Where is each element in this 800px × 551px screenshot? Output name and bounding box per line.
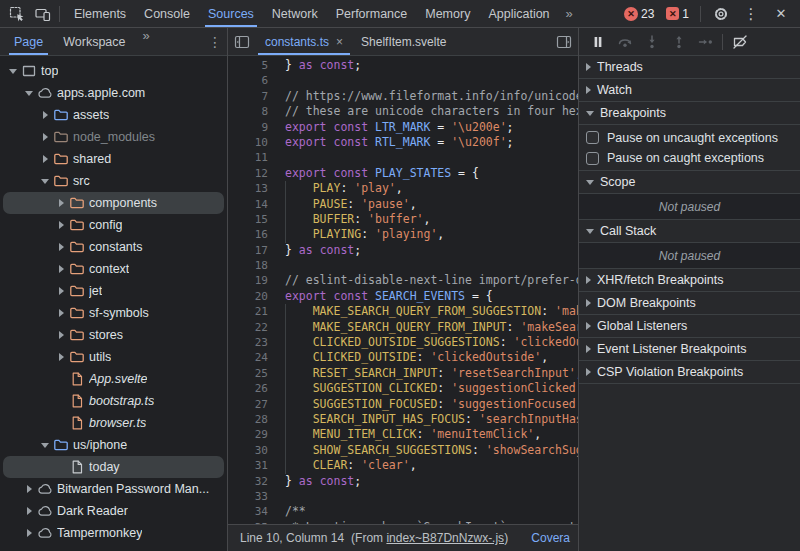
code-line[interactable]: 15BUFFER: 'buffer', bbox=[228, 212, 578, 227]
sidebar-section-scope[interactable]: Scope bbox=[579, 171, 800, 194]
tree-item-sf-symbols[interactable]: sf-symbols bbox=[3, 302, 224, 324]
line-number[interactable]: 15 bbox=[228, 212, 268, 227]
line-number[interactable]: 16 bbox=[228, 227, 268, 242]
code-line[interactable]: 29MENU_ITEM_CLICK: 'menuItemClick', bbox=[228, 427, 578, 442]
line-number[interactable]: 12 bbox=[228, 166, 268, 181]
step-icon[interactable] bbox=[692, 30, 719, 54]
chevron-closed-icon[interactable] bbox=[54, 265, 68, 273]
tab-application[interactable]: Application bbox=[479, 0, 558, 27]
code-line[interactable]: 18 bbox=[228, 258, 578, 273]
chevron-open-icon[interactable] bbox=[38, 179, 52, 184]
line-number[interactable]: 7 bbox=[228, 89, 268, 104]
chevron-closed-icon[interactable] bbox=[22, 529, 36, 537]
code-line[interactable]: 7// https://www.fileformat.info/info/uni… bbox=[228, 89, 578, 104]
tab-sources[interactable]: Sources bbox=[199, 0, 263, 27]
sidebar-section-xhr-fetch-breakpoints[interactable]: XHR/fetch Breakpoints bbox=[579, 269, 800, 292]
line-number[interactable]: 30 bbox=[228, 443, 268, 458]
sidebar-section-csp-violation-breakpoints[interactable]: CSP Violation Breakpoints bbox=[579, 361, 800, 384]
tree-item-node-modules[interactable]: node_modules bbox=[3, 126, 224, 148]
step-over-icon[interactable] bbox=[611, 30, 638, 54]
tree-item-jet[interactable]: jet bbox=[3, 280, 224, 302]
line-number[interactable]: 23 bbox=[228, 335, 268, 350]
tab-performance[interactable]: Performance bbox=[327, 0, 417, 27]
code-line[interactable]: 32} as const; bbox=[228, 474, 578, 489]
tab-shelfitem-svelte[interactable]: ShelfItem.svelte bbox=[352, 28, 455, 55]
line-number[interactable]: 14 bbox=[228, 197, 268, 212]
chevron-closed-icon[interactable] bbox=[54, 287, 68, 295]
line-number[interactable]: 20 bbox=[228, 289, 268, 304]
tab-console[interactable]: Console bbox=[135, 0, 199, 27]
close-tab-icon[interactable]: × bbox=[336, 35, 343, 49]
chevron-closed-icon[interactable] bbox=[54, 309, 68, 317]
code-line[interactable]: 21MAKE_SEARCH_QUERY_FROM_SUGGESTION: 'ma… bbox=[228, 304, 578, 319]
checkbox-unchecked[interactable] bbox=[586, 131, 599, 144]
line-number[interactable]: 28 bbox=[228, 412, 268, 427]
chevron-closed-icon[interactable] bbox=[22, 507, 36, 515]
code-line[interactable]: 10export const RTL_MARK = '\u200f'; bbox=[228, 135, 578, 150]
chevron-open-icon[interactable] bbox=[6, 69, 20, 74]
code-line[interactable]: 5} as const; bbox=[228, 58, 578, 73]
sidebar-section-dom-breakpoints[interactable]: DOM Breakpoints bbox=[579, 292, 800, 315]
sidebar-section-call-stack[interactable]: Call Stack bbox=[579, 220, 800, 243]
sidebar-section-global-listeners[interactable]: Global Listeners bbox=[579, 315, 800, 338]
pause-script-icon[interactable] bbox=[584, 30, 611, 54]
sidebar-section-threads[interactable]: Threads bbox=[579, 56, 800, 79]
line-number[interactable]: 32 bbox=[228, 474, 268, 489]
settings-gear-icon[interactable] bbox=[708, 2, 734, 26]
code-line[interactable]: 17} as const; bbox=[228, 243, 578, 258]
tab-memory[interactable]: Memory bbox=[416, 0, 479, 27]
menu-dots-icon[interactable]: ⋮ bbox=[738, 2, 764, 26]
deactivate-breakpoints-icon[interactable] bbox=[726, 30, 753, 54]
show-debugger-icon[interactable] bbox=[550, 28, 578, 55]
sidebar-section-breakpoints[interactable]: Breakpoints bbox=[579, 102, 800, 125]
code-line[interactable]: 14PAUSE: 'pause', bbox=[228, 197, 578, 212]
close-devtools-icon[interactable]: ✕ bbox=[768, 2, 794, 26]
line-number[interactable]: 34 bbox=[228, 504, 268, 519]
chevron-closed-icon[interactable] bbox=[54, 353, 68, 361]
code-line[interactable]: 30SHOW_SEARCH_SUGGESTIONS: 'showSearchSu… bbox=[228, 443, 578, 458]
more-navigator-tabs-icon[interactable]: » bbox=[136, 28, 157, 55]
code-line[interactable]: 13PLAY: 'play', bbox=[228, 181, 578, 196]
navigator-menu-icon[interactable]: ⋮ bbox=[203, 28, 227, 55]
line-number[interactable]: 31 bbox=[228, 458, 268, 473]
code-line[interactable]: 12export const PLAY_STATES = { bbox=[228, 166, 578, 181]
line-number[interactable]: 9 bbox=[228, 120, 268, 135]
line-number[interactable]: 18 bbox=[228, 258, 268, 273]
issues-badge[interactable]: ✕ 1 bbox=[662, 7, 693, 21]
line-number[interactable]: 17 bbox=[228, 243, 268, 258]
chevron-closed-icon[interactable] bbox=[22, 485, 36, 493]
code-line[interactable]: 23CLICKED_OUTSIDE_SUGGESTIONS: 'clickedO… bbox=[228, 335, 578, 350]
tree-item-shared[interactable]: shared bbox=[3, 148, 224, 170]
code-line[interactable]: 20export const SEARCH_EVENTS = { bbox=[228, 289, 578, 304]
tree-item-dark-reader[interactable]: Dark Reader bbox=[3, 500, 224, 522]
code-line[interactable]: 27SUGGESTION_FOCUSED: 'suggestionFocused… bbox=[228, 397, 578, 412]
code-line[interactable]: 9export const LTR_MARK = '\u200e'; bbox=[228, 120, 578, 135]
code-line[interactable]: 31CLEAR: 'clear', bbox=[228, 458, 578, 473]
code-line[interactable]: 6 bbox=[228, 73, 578, 88]
line-number[interactable]: 24 bbox=[228, 350, 268, 365]
chevron-closed-icon[interactable] bbox=[38, 133, 52, 141]
tab-workspace[interactable]: Workspace bbox=[53, 28, 135, 55]
code-line[interactable]: 34/** bbox=[228, 504, 578, 519]
console-errors-badge[interactable]: ✕ 23 bbox=[620, 7, 658, 21]
code-line[interactable]: 16PLAYING: 'playing', bbox=[228, 227, 578, 242]
source-map-link[interactable]: index~B87DnNzwx-.js bbox=[386, 531, 504, 545]
checkbox-row-pause-on-uncaught-exceptions[interactable]: Pause on uncaught exceptions bbox=[579, 125, 800, 148]
tree-item-context[interactable]: context bbox=[3, 258, 224, 280]
coverage-link[interactable]: Covera bbox=[521, 531, 570, 545]
code-line[interactable]: 28SEARCH_INPUT_HAS_FOCUS: 'searchInputHa… bbox=[228, 412, 578, 427]
tree-item-tampermonkey[interactable]: Tampermonkey bbox=[3, 522, 224, 544]
line-number[interactable]: 29 bbox=[228, 427, 268, 442]
checkbox-unchecked[interactable] bbox=[586, 152, 599, 165]
line-number[interactable]: 27 bbox=[228, 397, 268, 412]
more-panels-icon[interactable]: » bbox=[559, 6, 580, 21]
tree-item-utils[interactable]: utils bbox=[3, 346, 224, 368]
chevron-closed-icon[interactable] bbox=[38, 111, 52, 119]
line-number[interactable]: 26 bbox=[228, 381, 268, 396]
inspect-element-icon[interactable] bbox=[4, 2, 30, 26]
tree-item-browser-ts[interactable]: browser.ts bbox=[3, 412, 224, 434]
line-number[interactable]: 19 bbox=[228, 273, 268, 288]
tree-item-bitwarden-password-man[interactable]: Bitwarden Password Man... bbox=[3, 478, 224, 500]
chevron-closed-icon[interactable] bbox=[54, 243, 68, 251]
device-toolbar-icon[interactable] bbox=[30, 2, 56, 26]
